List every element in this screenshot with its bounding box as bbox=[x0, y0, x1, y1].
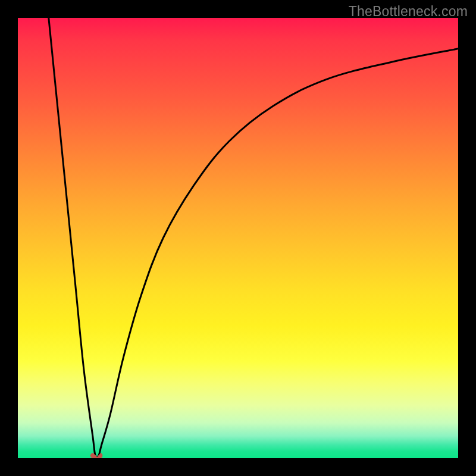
bottleneck-curve bbox=[49, 18, 458, 458]
watermark-text: TheBottleneck.com bbox=[349, 4, 468, 20]
curve-left-branch bbox=[49, 18, 97, 458]
chart-svg bbox=[18, 18, 458, 458]
minimum-marker bbox=[90, 453, 102, 458]
curve-right-branch bbox=[97, 49, 458, 458]
chart-frame: TheBottleneck.com bbox=[0, 0, 476, 476]
plot-area bbox=[18, 18, 458, 458]
